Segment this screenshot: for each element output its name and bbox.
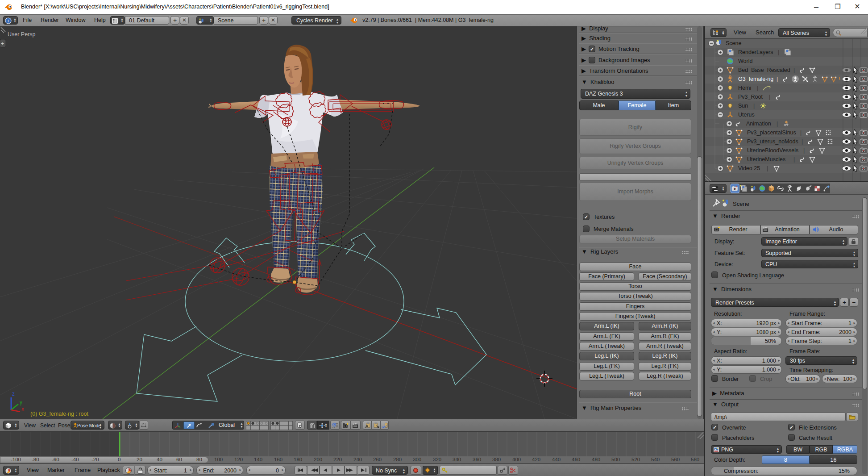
- svg-text:Uterus: Uterus: [738, 112, 755, 118]
- svg-text:Video 25: Video 25: [738, 165, 760, 171]
- svg-text:Bed_Base_Rescaled: Bed_Base_Rescaled: [738, 67, 790, 73]
- svg-text:G3_female-rig: G3_female-rig: [738, 76, 773, 82]
- svg-text:i: i: [8, 18, 8, 23]
- svg-text:|: |: [793, 67, 795, 73]
- svg-text:World: World: [738, 58, 752, 64]
- svg-text:|: |: [769, 94, 770, 100]
- svg-text:|: |: [778, 49, 779, 55]
- svg-text:|: |: [800, 129, 802, 136]
- svg-text:y: y: [20, 399, 22, 405]
- svg-text:Scene: Scene: [726, 40, 741, 46]
- svg-text:|: |: [793, 156, 795, 163]
- svg-text:z: z: [12, 391, 15, 397]
- svg-text:User Persp: User Persp: [8, 31, 36, 38]
- svg-text:|: |: [802, 138, 803, 145]
- svg-text:|: |: [767, 165, 768, 171]
- svg-text:Pv3_Root: Pv3_Root: [738, 94, 763, 100]
- svg-text:|: |: [757, 85, 758, 91]
- svg-text:Pv3_uterus_noMods: Pv3_uterus_noMods: [747, 138, 798, 145]
- svg-text:Animation: Animation: [746, 121, 771, 127]
- svg-text:x: x: [21, 406, 24, 412]
- svg-text:UterineBloodVessels: UterineBloodVessels: [747, 147, 798, 154]
- svg-text:|: |: [777, 76, 778, 82]
- svg-text:|: |: [777, 121, 778, 127]
- svg-text:+: +: [1, 41, 4, 47]
- svg-text:|: |: [753, 103, 755, 109]
- svg-text:Hemi: Hemi: [738, 85, 751, 91]
- svg-text:(0) G3_female-rig : root: (0) G3_female-rig : root: [30, 411, 88, 417]
- svg-text:Pv3_placentalSinus: Pv3_placentalSinus: [747, 129, 796, 136]
- svg-text:RenderLayers: RenderLayers: [738, 49, 773, 55]
- svg-text:UterineMuscles: UterineMuscles: [747, 156, 785, 163]
- svg-text:|: |: [803, 147, 805, 154]
- svg-text:Sun: Sun: [738, 103, 748, 109]
